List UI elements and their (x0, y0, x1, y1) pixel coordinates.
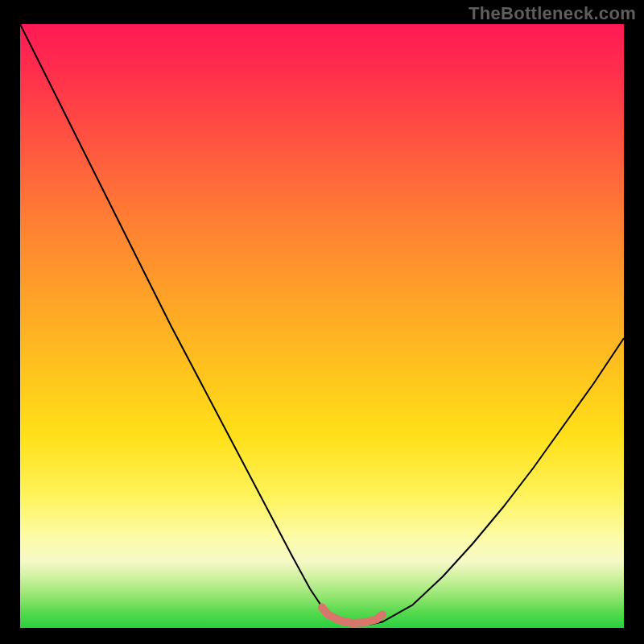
bottom-marker (322, 608, 382, 624)
chart-frame: TheBottleneck.com (0, 0, 644, 644)
curve-layer (20, 24, 624, 628)
attribution-label: TheBottleneck.com (469, 3, 636, 24)
plot-area (20, 24, 624, 628)
bottleneck-curve (20, 24, 624, 625)
